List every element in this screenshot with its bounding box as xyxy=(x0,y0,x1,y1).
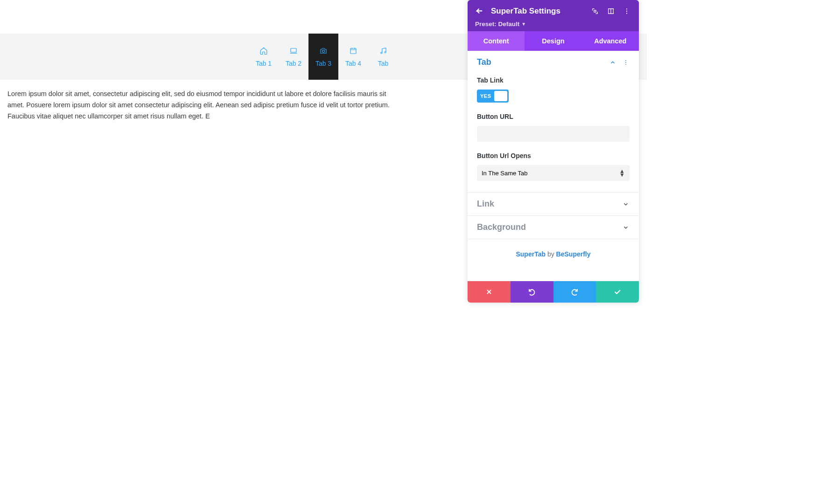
section-title: Link xyxy=(477,199,622,209)
panel-body: Tab Tab Link YES Button URL Button Url O… xyxy=(468,51,639,281)
field-label-opens: Button Url Opens xyxy=(477,152,630,159)
section-tab: Tab Tab Link YES Button URL Button Url O… xyxy=(468,51,639,193)
panel-tab-content[interactable]: Content xyxy=(468,31,525,51)
section-title: Tab xyxy=(477,57,609,67)
cancel-button[interactable] xyxy=(468,281,511,303)
chevron-up-icon xyxy=(609,59,616,66)
caret-down-icon: ▼ xyxy=(521,21,526,27)
panel-tab-design[interactable]: Design xyxy=(525,31,581,51)
tab-tab3[interactable]: Tab 3 xyxy=(308,34,338,80)
toggle-value: YES xyxy=(478,93,494,99)
kebab-icon[interactable] xyxy=(622,7,631,16)
undo-button[interactable] xyxy=(511,281,553,303)
tab-label: Tab 4 xyxy=(345,60,361,67)
panel-tab-advanced[interactable]: Advanced xyxy=(582,31,639,51)
home-icon xyxy=(259,47,268,55)
tab-tab2[interactable]: Tab 2 xyxy=(279,34,308,80)
save-button[interactable] xyxy=(596,281,639,303)
select-button-url-opens[interactable] xyxy=(477,165,630,181)
svg-point-3 xyxy=(381,52,382,54)
section-header-tab[interactable]: Tab xyxy=(468,51,639,74)
section-title: Background xyxy=(477,222,622,232)
expand-icon[interactable] xyxy=(590,7,600,16)
section-background: Background xyxy=(468,216,639,239)
svg-rect-0 xyxy=(291,48,296,52)
svg-point-4 xyxy=(385,51,386,53)
credit-author-link[interactable]: BeSuperfly xyxy=(556,250,591,258)
field-label-buttonurl: Button URL xyxy=(477,113,630,120)
panel-credit: SuperTab by BeSuperfly xyxy=(468,239,639,281)
field-label-tablink: Tab Link xyxy=(477,76,630,84)
preset-selector[interactable]: Preset: Default ▼ xyxy=(475,21,631,28)
svg-point-1 xyxy=(322,50,324,52)
credit-by: by xyxy=(546,250,556,258)
tab-label: Tab 2 xyxy=(286,60,301,67)
calendar-icon xyxy=(349,47,357,55)
kebab-icon[interactable] xyxy=(622,59,630,66)
redo-button[interactable] xyxy=(553,281,596,303)
back-icon[interactable] xyxy=(475,7,484,16)
chevron-down-icon xyxy=(622,200,630,208)
section-header-background[interactable]: Background xyxy=(468,216,639,239)
tab-label: Tab 3 xyxy=(315,60,331,67)
tab-tab1[interactable]: Tab 1 xyxy=(249,34,279,80)
svg-point-8 xyxy=(626,11,627,12)
tab-tab5[interactable]: Tab xyxy=(368,34,398,80)
toggle-knob xyxy=(494,91,507,101)
preset-label: Preset: Default xyxy=(475,21,519,28)
settings-panel: SuperTab Settings Preset: Default ▼ Cont… xyxy=(468,0,639,303)
section-link: Link xyxy=(468,193,639,216)
svg-point-7 xyxy=(626,8,627,9)
body-text: Lorem ipsum dolor sit amet, consectetur … xyxy=(0,80,406,122)
music-icon xyxy=(379,47,387,55)
svg-point-11 xyxy=(625,62,626,63)
panel-title: SuperTab Settings xyxy=(491,7,584,16)
panel-tabs: Content Design Advanced xyxy=(468,31,639,51)
input-button-url[interactable] xyxy=(477,126,630,142)
svg-rect-5 xyxy=(594,10,596,12)
columns-icon[interactable] xyxy=(606,7,616,16)
tab-label: Tab xyxy=(378,60,389,67)
tab-tab4[interactable]: Tab 4 xyxy=(338,34,368,80)
camera-icon xyxy=(319,47,328,55)
tab-label: Tab 1 xyxy=(256,60,272,67)
svg-point-12 xyxy=(625,64,626,65)
section-header-link[interactable]: Link xyxy=(468,193,639,215)
credit-product-link[interactable]: SuperTab xyxy=(516,250,546,258)
panel-footer xyxy=(468,281,639,303)
toggle-tablink[interactable]: YES xyxy=(477,90,509,103)
svg-point-10 xyxy=(625,60,626,61)
chevron-down-icon xyxy=(622,224,630,231)
laptop-icon xyxy=(289,47,298,55)
svg-rect-2 xyxy=(350,48,356,53)
panel-header: SuperTab Settings Preset: Default ▼ xyxy=(468,0,639,31)
svg-point-9 xyxy=(626,13,627,14)
